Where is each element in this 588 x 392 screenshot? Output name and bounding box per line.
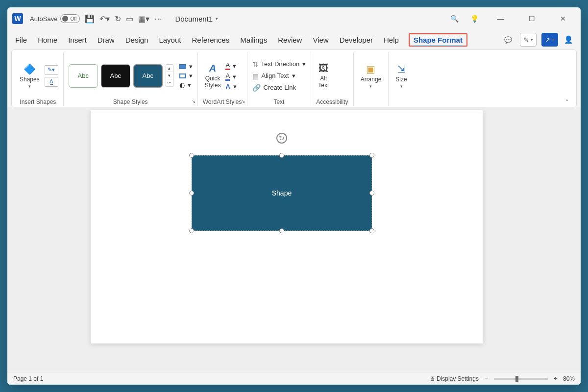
alt-text-icon: 🖼: [318, 63, 328, 74]
text-effects-button[interactable]: A▾: [225, 83, 236, 90]
resize-handle[interactable]: [189, 228, 194, 233]
zoom-level[interactable]: 80%: [563, 375, 575, 382]
close-button[interactable]: ✕: [553, 11, 573, 26]
shape-fill-button[interactable]: ▾: [179, 63, 193, 70]
tab-review[interactable]: Review: [277, 34, 303, 46]
style-swatch-selected[interactable]: Abc: [133, 64, 163, 88]
tab-developer[interactable]: Developer: [339, 34, 374, 46]
size-icon: ⇲: [397, 63, 406, 75]
resize-handle[interactable]: [279, 153, 284, 158]
resize-handle[interactable]: [189, 153, 194, 158]
ribbon-tabs: File Home Insert Draw Design Layout Refe…: [7, 30, 581, 49]
dialog-launcher-icon[interactable]: ↘: [241, 98, 245, 104]
arrange-icon: ▣: [366, 63, 375, 75]
quick-styles-button[interactable]: A Quick Styles: [203, 62, 223, 90]
document-title[interactable]: Document1▾: [175, 15, 218, 23]
redo-icon[interactable]: ↻: [115, 14, 121, 24]
comments-icon[interactable]: 💬: [501, 33, 515, 47]
group-label: Insert Shapes: [18, 98, 58, 106]
minimize-button[interactable]: —: [490, 11, 510, 26]
arrange-button[interactable]: ▣ Arrange ▾: [359, 62, 384, 90]
group-label: Shape Styles: [69, 98, 193, 106]
qat-icon[interactable]: ▭: [126, 14, 133, 24]
shapes-button[interactable]: 🔷 Shapes ▾: [18, 62, 42, 90]
tab-home[interactable]: Home: [37, 34, 58, 46]
page-indicator[interactable]: Page 1 of 1: [13, 375, 43, 382]
word-app-icon: W: [12, 13, 23, 24]
tab-insert[interactable]: Insert: [67, 34, 88, 46]
status-bar: Page 1 of 1 🖥 Display Settings − + 80%: [7, 372, 581, 385]
selected-shape[interactable]: ↻ Shape: [190, 153, 374, 233]
zoom-thumb[interactable]: [515, 376, 518, 382]
tab-mailings[interactable]: Mailings: [239, 34, 268, 46]
tab-view[interactable]: View: [312, 34, 329, 46]
zoom-out-button[interactable]: −: [485, 375, 488, 382]
outline-icon: [179, 74, 186, 78]
tab-file[interactable]: File: [14, 34, 28, 46]
edit-shape-button[interactable]: ✎▾: [45, 65, 58, 75]
group-arrange: ▣ Arrange ▾: [354, 52, 389, 106]
shape-outline-button[interactable]: ▾: [179, 72, 193, 79]
gallery-scroll[interactable]: ▴▾⋯: [166, 64, 173, 87]
group-label: WordArt Styles: [203, 98, 242, 106]
resize-handle[interactable]: [369, 228, 374, 233]
shape-rectangle[interactable]: Shape: [192, 155, 372, 231]
collapse-ribbon-button[interactable]: ˄: [559, 52, 575, 106]
titlebar-right: 🔍 💡 — ☐ ✕: [450, 11, 576, 26]
toggle-state: Off: [70, 16, 76, 22]
zoom-in-button[interactable]: +: [554, 375, 557, 382]
ribbon: 🔷 Shapes ▾ ✎▾ A̲ Insert Shapes Abc Abc A…: [11, 49, 577, 107]
toggle-switch[interactable]: Off: [60, 14, 80, 23]
style-swatch[interactable]: Abc: [101, 64, 130, 88]
display-settings-button[interactable]: 🖥 Display Settings: [429, 375, 479, 382]
tab-draw[interactable]: Draw: [97, 34, 116, 46]
tips-icon[interactable]: 💡: [470, 15, 479, 23]
document-workspace[interactable]: ↻ Shape: [7, 107, 581, 372]
chevron-down-icon: ▾: [216, 16, 218, 21]
resize-handle[interactable]: [189, 191, 194, 196]
text-box-button[interactable]: A̲: [45, 77, 58, 87]
qat-icon2[interactable]: ▦▾: [138, 14, 149, 24]
maximize-button[interactable]: ☐: [522, 11, 541, 26]
create-link-button[interactable]: 🔗Create Link: [252, 84, 306, 92]
effects-icon: ◐: [179, 81, 185, 89]
align-text-button[interactable]: ▤Align Text▾: [252, 72, 306, 80]
tab-design[interactable]: Design: [124, 34, 149, 46]
quick-access-toolbar: 💾 ↶▾ ↻ ▭ ▦▾ ⋯: [85, 14, 162, 24]
alt-text-button[interactable]: 🖼 Alt Text: [316, 62, 331, 90]
qat-more-icon[interactable]: ⋯: [154, 14, 162, 24]
zoom-slider[interactable]: [494, 378, 548, 380]
account-icon[interactable]: 👤: [563, 34, 574, 45]
share-button[interactable]: ↗ ▾: [541, 33, 558, 47]
resize-handle[interactable]: [369, 191, 374, 196]
group-label: Text: [252, 98, 306, 106]
resize-handle[interactable]: [369, 153, 374, 158]
style-swatch[interactable]: Abc: [69, 64, 98, 88]
rotate-handle[interactable]: ↻: [276, 133, 287, 144]
group-label: Accessibility: [316, 98, 348, 106]
dialog-launcher-icon[interactable]: ↘: [192, 98, 196, 104]
text-direction-button[interactable]: ⇅Text Direction▾: [252, 60, 306, 68]
titlebar: W AutoSave Off 💾 ↶▾ ↻ ▭ ▦▾ ⋯ Document1▾ …: [7, 7, 581, 30]
text-outline-button[interactable]: A▾: [225, 72, 236, 81]
group-size: ⇲ Size ▾: [389, 52, 414, 106]
tab-references[interactable]: References: [191, 34, 230, 46]
wordart-icon: A: [209, 63, 216, 74]
toggle-knob: [62, 16, 68, 22]
autosave-toggle[interactable]: AutoSave Off: [30, 14, 80, 23]
shape-effects-button[interactable]: ◐▾: [179, 81, 193, 89]
undo-icon[interactable]: ↶▾: [99, 14, 110, 24]
shape-style-gallery[interactable]: Abc Abc Abc ▴▾⋯: [69, 64, 173, 88]
size-button[interactable]: ⇲ Size ▾: [393, 62, 409, 90]
app-window: W AutoSave Off 💾 ↶▾ ↻ ▭ ▦▾ ⋯ Document1▾ …: [7, 7, 581, 385]
text-fill-button[interactable]: A▾: [225, 61, 236, 70]
group-text: ⇅Text Direction▾ ▤Align Text▾ 🔗Create Li…: [247, 52, 312, 106]
search-icon[interactable]: 🔍: [450, 15, 459, 23]
fill-icon: [179, 64, 186, 69]
tab-layout[interactable]: Layout: [158, 34, 182, 46]
editing-mode-button[interactable]: ✎ ▾: [520, 33, 537, 47]
tab-help[interactable]: Help: [383, 34, 400, 46]
resize-handle[interactable]: [279, 228, 284, 233]
tab-shape-format[interactable]: Shape Format: [409, 33, 467, 47]
save-icon[interactable]: 💾: [85, 14, 95, 24]
